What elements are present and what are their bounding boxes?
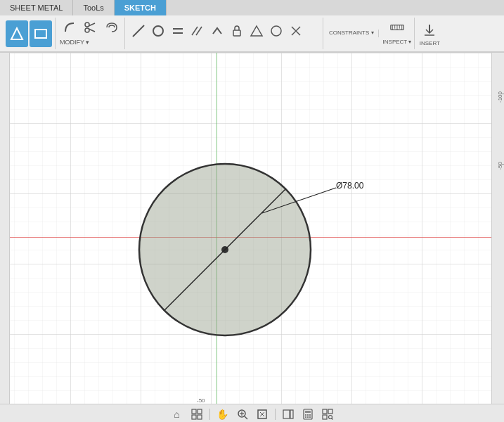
circle-container	[134, 158, 316, 341]
rect-tool-btn[interactable]	[30, 20, 52, 47]
insert-label: INSERT	[420, 40, 440, 46]
display-icon	[283, 409, 294, 420]
pierce-btn[interactable]	[287, 18, 305, 44]
svg-point-52	[309, 416, 311, 418]
more-icon	[322, 409, 333, 420]
svg-point-50	[305, 416, 306, 418]
offset-icon	[105, 20, 119, 34]
zoom-icon	[237, 409, 248, 420]
sketch-circle-btn[interactable]	[149, 18, 167, 44]
toolbar: SHEET METAL TooLs SKETCH	[0, 0, 504, 53]
parallel-icon	[190, 24, 205, 38]
svg-point-56	[328, 415, 332, 418]
svg-rect-46	[305, 411, 311, 413]
chevron-btn[interactable]	[208, 18, 226, 44]
svg-marker-0	[11, 28, 22, 39]
bottom-ruler-label: -50	[197, 397, 205, 404]
svg-rect-55	[323, 415, 327, 419]
circle-outline-icon	[269, 24, 283, 38]
ruler-tick-50	[498, 164, 504, 165]
constraints-section: CONSTRAINTS ▾	[325, 30, 379, 37]
zoom-btn[interactable]	[234, 407, 251, 422]
sketch-tools-group	[127, 18, 323, 49]
status-sep-1	[209, 409, 210, 420]
calculator-icon	[302, 409, 314, 420]
ruler-label-neg50: -50	[497, 162, 503, 170]
measure-icon	[390, 20, 404, 34]
display-btn[interactable]	[280, 407, 297, 422]
draw-group	[3, 18, 56, 49]
diameter-label: Ø78.00	[336, 181, 363, 191]
more-btn[interactable]	[319, 407, 336, 422]
ruler-tick-100	[498, 94, 504, 94]
calculator-btn[interactable]	[299, 407, 316, 422]
sketch-line-icon	[131, 24, 146, 38]
fit-icon	[257, 409, 268, 420]
svg-rect-32	[192, 409, 196, 414]
left-ruler	[0, 53, 10, 422]
svg-rect-33	[198, 409, 202, 414]
svg-rect-34	[192, 415, 196, 419]
svg-point-7	[153, 26, 163, 36]
pan-btn[interactable]: ✋	[214, 407, 231, 422]
fillet-icon	[63, 20, 77, 34]
toolbar-tabs: SHEET METAL TooLs SKETCH	[0, 0, 504, 15]
measure-btn[interactable]	[385, 18, 409, 37]
status-sep-2	[275, 409, 276, 420]
insert-section: INSERT	[419, 20, 440, 46]
insert-icon	[422, 23, 437, 37]
fit-btn[interactable]	[254, 407, 271, 422]
canvas-area: Ø78.00 -50 -100 -50 ⌂	[0, 53, 504, 422]
home-btn[interactable]: ⌂	[169, 407, 186, 422]
app-container: SHEET METAL TooLs SKETCH	[0, 0, 504, 422]
triangle-btn[interactable]	[247, 18, 266, 44]
svg-line-6	[133, 25, 144, 37]
line-icon	[10, 27, 24, 41]
svg-point-49	[309, 414, 311, 416]
sketch-line-btn[interactable]	[129, 18, 148, 44]
circle-svg	[134, 158, 316, 341]
dimension-annotation: Ø78.00	[336, 181, 363, 191]
tab-sketch[interactable]: SKETCH	[115, 0, 167, 15]
lock-icon	[230, 24, 244, 38]
scissors-icon	[84, 20, 98, 34]
offset-btn[interactable]	[102, 18, 122, 37]
svg-point-47	[305, 414, 306, 416]
grid-icon	[191, 409, 202, 420]
svg-rect-53	[323, 409, 327, 414]
svg-line-57	[331, 418, 332, 419]
svg-point-14	[271, 26, 281, 36]
svg-rect-43	[283, 410, 290, 418]
parallel-btn[interactable]	[188, 18, 207, 44]
svg-rect-44	[290, 410, 293, 418]
trim-btn[interactable]	[81, 18, 101, 37]
circle-outline-btn[interactable]	[267, 18, 285, 44]
tab-sheet-metal[interactable]: SHEET METAL	[0, 0, 73, 15]
lock-btn[interactable]	[228, 18, 246, 44]
modify-dropdown[interactable]: MODIFY ▾	[60, 38, 89, 46]
chevron-icon	[210, 24, 224, 38]
svg-point-48	[307, 414, 309, 416]
svg-rect-12	[233, 30, 240, 36]
pierce-icon	[289, 24, 303, 38]
grid-btn[interactable]	[188, 407, 205, 422]
inspect-group: INSPECT ▾	[380, 18, 415, 49]
equal-btn[interactable]	[169, 18, 187, 44]
inspect-dropdown[interactable]: INSPECT ▾	[383, 39, 412, 45]
fillet-btn[interactable]	[60, 18, 79, 37]
line-tool-btn[interactable]	[6, 20, 28, 47]
equal-icon	[171, 24, 185, 38]
svg-point-51	[307, 416, 309, 418]
svg-rect-54	[328, 409, 332, 414]
triangle-icon	[250, 24, 264, 38]
circle-icon	[151, 24, 165, 38]
insert-group: INSERT	[416, 18, 443, 49]
rect-icon	[34, 27, 48, 41]
constraints-dropdown[interactable]: CONSTRAINTS ▾	[329, 30, 374, 37]
right-ruler: -50 -100	[491, 53, 504, 422]
tab-tools[interactable]: TooLs	[73, 0, 114, 15]
modify-group: MODIFY ▾	[57, 18, 125, 49]
svg-marker-13	[251, 26, 262, 36]
svg-rect-1	[35, 30, 46, 38]
insert-btn[interactable]	[419, 20, 440, 40]
